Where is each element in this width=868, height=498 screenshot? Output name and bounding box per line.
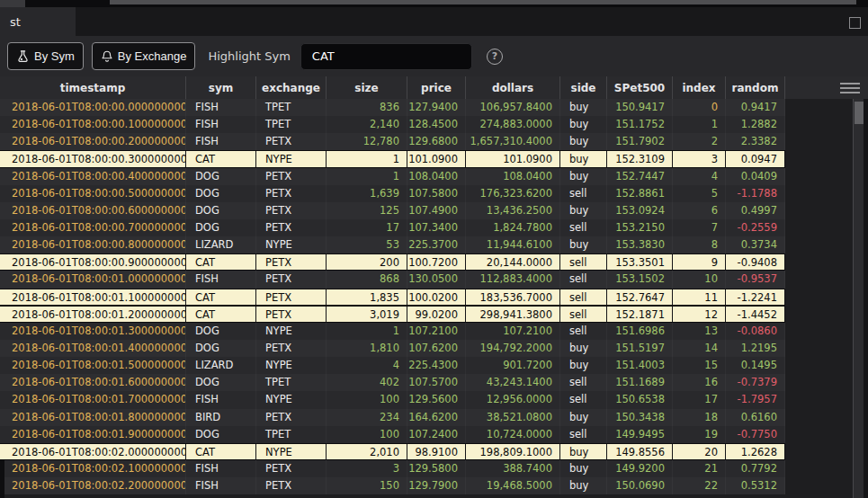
table-row[interactable]: 2018-06-01T08:00:00.500000000DOGPETX1,63… xyxy=(0,185,785,202)
table-row[interactable]: 2018-06-01T08:00:01.900000000DOGTPET1001… xyxy=(0,426,785,443)
cell-timestamp: 2018-06-01T08:00:00.900000000 xyxy=(0,254,186,270)
cell-price: 164.6200 xyxy=(407,409,466,426)
cell-timestamp: 2018-06-01T08:00:01.900000000 xyxy=(0,426,186,443)
table-row[interactable]: 2018-06-01T08:00:00.700000000DOGPETX1710… xyxy=(0,219,785,236)
cell-exchange: PETX xyxy=(256,289,327,305)
highlight-sym-input[interactable] xyxy=(300,43,472,70)
cell-random: 1.2882 xyxy=(726,116,785,133)
cell-index: 6 xyxy=(673,202,726,219)
cell-price: 107.2100 xyxy=(407,323,466,340)
cell-size: 1 xyxy=(327,151,407,166)
cell-dollars: 198,809.1000 xyxy=(466,444,560,459)
cell-sym: FISH xyxy=(186,477,256,494)
cell-random: 0.5312 xyxy=(726,477,785,494)
table-row[interactable]: 2018-06-01T08:00:00.000000000FISHTPET836… xyxy=(0,99,785,116)
vertical-scrollbar[interactable] xyxy=(853,99,864,498)
by-sym-button[interactable]: By Sym xyxy=(7,42,84,70)
cell-timestamp: 2018-06-01T08:00:01.600000000 xyxy=(0,374,186,391)
cell-index: 2 xyxy=(673,133,726,150)
cell-random: -0.9408 xyxy=(726,254,785,270)
cell-random: 0.6160 xyxy=(726,409,785,426)
column-header-dollars[interactable]: dollars xyxy=(466,76,560,99)
table-row[interactable]: 2018-06-01T08:00:01.700000000FISHNYPE100… xyxy=(0,391,785,408)
table-row[interactable]: 2018-06-01T08:00:00.200000000FISHPETX12,… xyxy=(0,133,785,150)
cell-side: sell xyxy=(560,391,607,408)
cell-random: -0.2559 xyxy=(726,219,785,236)
cell-SPet500: 152.7647 xyxy=(607,289,673,305)
cell-price: 107.4900 xyxy=(407,202,466,219)
table-row[interactable]: 2018-06-01T08:00:01.200000000CATPETX3,01… xyxy=(0,306,785,323)
cell-size: 1,810 xyxy=(327,340,407,357)
cell-sym: FISH xyxy=(186,133,256,150)
cell-exchange: TPET xyxy=(256,374,327,391)
table-row[interactable]: 2018-06-01T08:00:01.300000000DOGNYPE1107… xyxy=(0,323,785,340)
cell-sym: DOG xyxy=(186,202,256,219)
table-row[interactable]: 2018-06-01T08:00:00.400000000DOGPETX1108… xyxy=(0,168,785,185)
by-exchange-button[interactable]: By Exchange xyxy=(92,42,196,70)
table-row[interactable]: 2018-06-01T08:00:01.100000000CATPETX1,83… xyxy=(0,289,785,306)
table-row[interactable]: 2018-06-01T08:00:01.400000000DOGPETX1,81… xyxy=(0,340,785,357)
cell-size: 2,140 xyxy=(327,116,407,133)
column-header-exchange[interactable]: exchange xyxy=(256,76,327,99)
cell-exchange: TPET xyxy=(256,426,327,443)
cell-exchange: NYPE xyxy=(256,236,327,253)
table-row[interactable]: 2018-06-01T08:00:00.800000000LIZARDNYPE5… xyxy=(0,236,785,253)
grid-menu-icon[interactable] xyxy=(840,83,860,93)
cell-SPet500: 150.6538 xyxy=(607,391,673,408)
column-header-size[interactable]: size xyxy=(327,76,407,99)
table-row[interactable]: 2018-06-01T08:00:02.000000000CATNYPE2,01… xyxy=(0,443,785,460)
cell-sym: DOG xyxy=(186,219,256,236)
scrollbar-thumb[interactable] xyxy=(855,102,864,124)
window-right-edge xyxy=(864,99,868,498)
float-window-button[interactable] xyxy=(846,14,863,31)
table-row[interactable]: 2018-06-01T08:00:01.800000000BIRDPETX234… xyxy=(0,409,785,426)
table-row[interactable]: 2018-06-01T08:00:00.600000000DOGPETX1251… xyxy=(0,202,785,219)
cell-dollars: 107.2100 xyxy=(466,323,560,340)
column-header-sym[interactable]: sym xyxy=(186,76,256,99)
cell-timestamp: 2018-06-01T08:00:01.400000000 xyxy=(0,340,186,357)
cell-timestamp: 2018-06-01T08:00:00.000000000 xyxy=(0,99,186,116)
cell-side: buy xyxy=(560,133,607,150)
table-row[interactable]: 2018-06-01T08:00:01.000000000FISHPETX868… xyxy=(0,271,785,288)
cell-price: 101.0900 xyxy=(407,151,466,166)
table-row[interactable]: 2018-06-01T08:00:02.100000000FISHPETX312… xyxy=(0,460,785,477)
cell-SPet500: 151.1689 xyxy=(607,374,673,391)
help-icon[interactable]: ? xyxy=(487,49,503,65)
cell-SPet500: 150.9417 xyxy=(607,99,673,116)
cell-exchange: PETX xyxy=(256,460,327,477)
cell-index: 9 xyxy=(673,254,726,270)
cell-random: -1.2241 xyxy=(726,289,785,305)
cell-side: sell xyxy=(560,219,607,236)
cell-dollars: 19,468.5000 xyxy=(466,477,560,494)
column-header-random[interactable]: random xyxy=(726,76,785,99)
cell-sym: FISH xyxy=(186,99,256,116)
cell-random: 0.4997 xyxy=(726,202,785,219)
column-header-SPet500[interactable]: SPet500 xyxy=(607,76,673,99)
column-header-price[interactable]: price xyxy=(407,76,466,99)
column-header-timestamp[interactable]: timestamp xyxy=(0,76,186,99)
table-row[interactable]: 2018-06-01T08:00:00.100000000FISHTPET2,1… xyxy=(0,116,785,133)
table-row[interactable]: 2018-06-01T08:00:00.900000000CATPETX2001… xyxy=(0,253,785,271)
table-row[interactable]: 2018-06-01T08:00:02.200000000FISHPETX150… xyxy=(0,477,785,494)
tab-st[interactable]: st xyxy=(0,7,76,36)
cell-sym: DOG xyxy=(186,374,256,391)
cell-dollars: 388.7400 xyxy=(466,460,560,477)
cell-size: 836 xyxy=(327,99,407,116)
cell-price: 108.0400 xyxy=(407,168,466,185)
table-row[interactable]: 2018-06-01T08:00:00.300000000CATNYPE1101… xyxy=(0,150,785,167)
cell-random: 0.1495 xyxy=(726,357,785,374)
cell-sym: DOG xyxy=(186,168,256,185)
cell-side: buy xyxy=(560,340,607,357)
cell-side: sell xyxy=(560,289,607,305)
top-edge-segment xyxy=(0,0,25,7)
cell-random: -1.7957 xyxy=(726,391,785,408)
cell-size: 4 xyxy=(327,357,407,374)
cell-price: 225.3700 xyxy=(407,236,466,253)
cell-SPet500: 153.3501 xyxy=(607,254,673,270)
cell-timestamp: 2018-06-01T08:00:00.100000000 xyxy=(0,116,186,133)
table-row[interactable]: 2018-06-01T08:00:01.600000000DOGTPET4021… xyxy=(0,374,785,391)
column-header-side[interactable]: side xyxy=(560,76,607,99)
table-row[interactable]: 2018-06-01T08:00:01.500000000LIZARDNYPE4… xyxy=(0,357,785,374)
cell-sym: BIRD xyxy=(186,409,256,426)
column-header-index[interactable]: index xyxy=(673,76,726,99)
